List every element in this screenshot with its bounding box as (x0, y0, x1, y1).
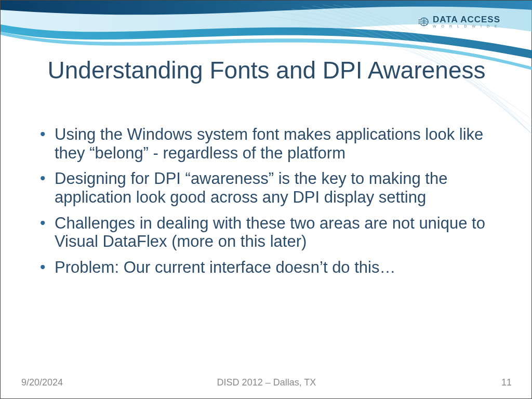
slide-title: Understanding Fonts and DPI Awareness (1, 57, 532, 84)
logo-main-text: DATA ACCESS (433, 15, 500, 24)
bullet-item: Challenges in dealing with these two are… (37, 214, 506, 251)
bullet-item: Problem: Our current interface doesn’t d… (37, 258, 506, 277)
bullet-item: Designing for DPI “awareness” is the key… (37, 169, 506, 206)
logo-sub-text: W O R L D W I D E (433, 24, 500, 28)
globe-icon (418, 17, 430, 26)
slide: DATA ACCESS W O R L D W I D E Understand… (0, 0, 532, 399)
bullet-item: Using the Windows system font makes appl… (37, 125, 506, 162)
footer-event: DISD 2012 – Dallas, TX (1, 377, 532, 388)
slide-body: Using the Windows system font makes appl… (37, 125, 506, 284)
footer-page: 11 (501, 377, 512, 388)
svg-rect-1 (418, 18, 421, 25)
svg-point-0 (420, 18, 428, 25)
brand-logo: DATA ACCESS W O R L D W I D E (418, 15, 500, 28)
